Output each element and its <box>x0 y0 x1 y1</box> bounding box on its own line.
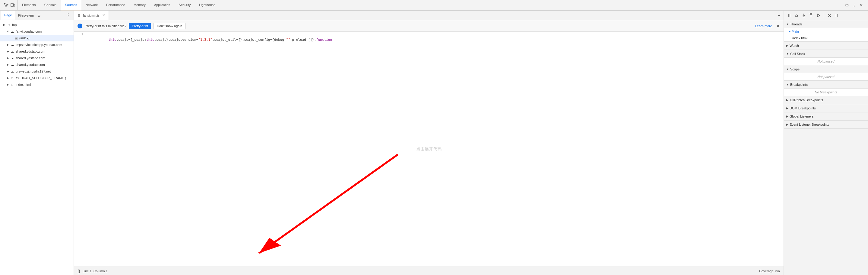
main-layout: Page Filesystem » ⋮ ▶ □ top ▼ ☁ fanyi.yo… <box>0 10 868 275</box>
learn-more-link[interactable]: Learn more <box>755 24 772 28</box>
call-stack-label: Call Stack <box>790 52 805 56</box>
xhr-arrow: ▶ <box>786 99 788 102</box>
step-into-button[interactable] <box>801 12 807 19</box>
editor-tab-fanyi[interactable]: {} fanyi.min.js ✕ <box>74 10 109 20</box>
tab-performance[interactable]: Performance <box>102 0 129 10</box>
call-stack-arrow: ▼ <box>786 52 789 55</box>
center-panel: {} fanyi.min.js ✕ i Pretty-print this mi… <box>74 10 783 275</box>
list-item[interactable]: ▶ ☁ impservice.dictapp.youdao.com <box>0 42 73 48</box>
tab-network[interactable]: Network <box>82 0 102 10</box>
threads-arrow: ▼ <box>786 23 789 26</box>
tab-application[interactable]: Application <box>150 0 175 10</box>
xhr-section-header[interactable]: ▶ XHR/fetch Breakpoints <box>784 96 868 104</box>
panel-tab-filesystem[interactable]: Filesystem <box>15 10 37 20</box>
cloud-icon: ☁ <box>10 62 14 67</box>
top-nav: Elements Console Sources Network Perform… <box>0 0 868 10</box>
nav-icons <box>1 0 18 10</box>
panel-tab-more[interactable]: » <box>38 13 40 18</box>
cloud-icon: ☁ <box>10 49 14 54</box>
tree-arrow: ▶ <box>6 50 10 53</box>
thread-index-html[interactable]: index.html <box>784 35 868 42</box>
global-listeners-section: ▶ Global Listeners <box>784 112 868 120</box>
list-item[interactable]: ▶ □ top <box>0 22 73 28</box>
scope-status: Not paused <box>784 73 868 81</box>
close-pretty-print-bar[interactable]: ✕ <box>776 24 780 28</box>
tree-arrow: ▶ <box>2 23 6 27</box>
pretty-print-button[interactable]: Pretty-print <box>129 23 151 29</box>
pause-exceptions-button[interactable]: ⏸ <box>834 12 840 19</box>
info-icon: i <box>78 24 82 28</box>
code-line-1: 1 this.seajs={_seajs:this.seajs},seajs.v… <box>74 32 783 48</box>
editor-navigate-button[interactable] <box>775 13 783 18</box>
settings-icon[interactable]: ⚙ <box>844 2 850 8</box>
list-item[interactable]: ▶ □ index.html <box>0 81 73 88</box>
inspect-icon[interactable] <box>4 3 8 7</box>
list-item[interactable]: ▶ ☁ shared.youdao.com <box>0 61 73 68</box>
close-icon[interactable]: ✕ <box>858 2 864 8</box>
breakpoints-section-header[interactable]: ▼ Breakpoints <box>784 81 868 88</box>
list-item[interactable]: ▶ □ YOUDAO_SELECTOR_IFRAME ( <box>0 75 73 81</box>
editor-body[interactable]: 1 this.seajs={_seajs:this.seajs},seajs.v… <box>74 32 783 267</box>
list-item[interactable]: ▶ ☁ shared.ydstatic.com <box>0 55 73 61</box>
right-panel: ⏸ ⏸ ▼ Threads Main <box>783 10 868 275</box>
xhr-breakpoints-section: ▶ XHR/fetch Breakpoints <box>784 96 868 104</box>
list-item[interactable]: ▶ ☁ urswebzj.nosdn.127.net <box>0 68 73 75</box>
dom-arrow: ▶ <box>786 107 788 110</box>
threads-section-header[interactable]: ▼ Threads <box>784 20 868 28</box>
scope-label: Scope <box>790 67 800 71</box>
pause-button[interactable]: ⏸ <box>786 12 792 19</box>
scope-section-header[interactable]: ▼ Scope <box>784 65 868 73</box>
pretty-print-question: Pretty-print this minified file? <box>85 24 126 28</box>
tree-arrow: ▶ <box>6 63 10 66</box>
pretty-print-bar: i Pretty-print this minified file? Prett… <box>74 20 783 32</box>
tab-close-button[interactable]: ✕ <box>101 13 105 18</box>
tab-elements[interactable]: Elements <box>18 0 40 10</box>
dom-section-header[interactable]: ▶ DOM Breakpoints <box>784 104 868 112</box>
watch-section: ▶ Watch <box>784 42 868 50</box>
step-over-button[interactable] <box>794 12 800 19</box>
device-icon[interactable] <box>10 3 15 7</box>
deactivate-breakpoints-button[interactable] <box>826 12 832 19</box>
event-listener-header[interactable]: ▶ Event Listener Breakpoints <box>784 120 868 129</box>
call-stack-section-header[interactable]: ▼ Call Stack <box>784 50 868 58</box>
breakpoints-arrow: ▼ <box>786 83 789 86</box>
tree-arrow: ▶ <box>6 83 10 86</box>
tree-arrow: ▼ <box>6 30 10 33</box>
panel-tab-page[interactable]: Page <box>1 10 15 20</box>
list-item[interactable]: ▼ ☁ fanyi.youdao.com <box>0 28 73 35</box>
global-arrow: ▶ <box>786 115 788 118</box>
thread-main[interactable]: Main <box>784 28 868 35</box>
more-icon[interactable]: ⋮ <box>851 2 857 8</box>
svg-line-4 <box>259 155 398 253</box>
list-item[interactable]: ▶ ☁ shared.ydstatic.com <box>0 48 73 55</box>
dom-label: DOM Breakpoints <box>789 106 816 110</box>
js-file-icon: {} <box>77 13 81 18</box>
expand-code-watermark: 点击展开代码 <box>416 146 441 152</box>
tab-console[interactable]: Console <box>40 0 61 10</box>
dont-show-button[interactable]: Don't show again <box>154 23 185 29</box>
breakpoints-status: No breakpoints <box>784 88 868 96</box>
status-brackets-icon: {} <box>78 269 80 273</box>
tab-security[interactable]: Security <box>174 0 195 10</box>
folder-icon: □ <box>10 76 14 80</box>
left-panel: Page Filesystem » ⋮ ▶ □ top ▼ ☁ fanyi.yo… <box>0 10 74 275</box>
watch-section-header[interactable]: ▶ Watch <box>784 42 868 50</box>
global-listeners-header[interactable]: ▶ Global Listeners <box>784 112 868 120</box>
nav-right: ⚙ ⋮ ✕ <box>844 2 867 8</box>
tab-lighthouse[interactable]: Lighthouse <box>195 0 220 10</box>
toolbar-separator <box>824 13 824 18</box>
file-icon: ▣ <box>14 36 18 40</box>
event-listener-section: ▶ Event Listener Breakpoints <box>784 120 868 129</box>
tree-arrow: ▶ <box>6 56 10 60</box>
svg-rect-1 <box>13 4 15 6</box>
list-item[interactable]: ▶ ▣ (index) <box>0 35 73 42</box>
cloud-icon: ☁ <box>10 29 14 33</box>
panel-menu-icon[interactable]: ⋮ <box>64 12 72 18</box>
step-out-button[interactable] <box>808 12 814 19</box>
step-button[interactable] <box>815 12 821 19</box>
tab-sources[interactable]: Sources <box>61 0 81 10</box>
breakpoints-label: Breakpoints <box>790 83 808 86</box>
tab-memory[interactable]: Memory <box>129 0 150 10</box>
panel-tabs: Page Filesystem » ⋮ <box>0 10 73 20</box>
tree-arrow: ▶ <box>6 43 10 47</box>
